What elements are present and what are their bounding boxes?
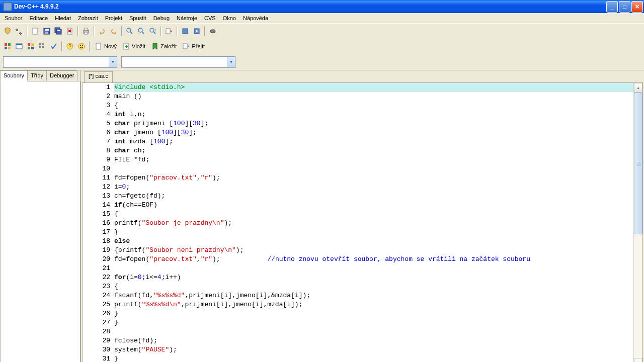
svg-rect-16 — [183, 29, 188, 34]
editor-area: [*] cas.c 123456789101112131415161718192… — [81, 70, 644, 362]
insert-label: Vložit — [132, 43, 145, 49]
debug-icon[interactable] — [207, 26, 218, 37]
svg-text:?: ? — [68, 44, 71, 49]
menu-zobrazit[interactable]: Zobrazit — [74, 14, 102, 22]
grid1-icon[interactable] — [2, 41, 13, 52]
svg-point-36 — [80, 45, 81, 46]
svg-rect-38 — [96, 43, 101, 49]
svg-rect-24 — [16, 44, 22, 45]
maximize-button[interactable]: □ — [619, 1, 630, 13]
svg-rect-6 — [57, 30, 60, 31]
code-editor[interactable]: 1234567891011121314151617181920212223242… — [82, 82, 643, 362]
svg-point-12 — [138, 28, 142, 32]
window-title: Dev-C++ 4.9.9.2 — [14, 3, 606, 10]
save-icon[interactable] — [41, 26, 52, 37]
menu-spustit[interactable]: Spustit — [126, 14, 150, 22]
scroll-thumb[interactable] — [634, 93, 642, 234]
close-button[interactable]: ✕ — [631, 1, 643, 13]
editor-tab[interactable]: [*] cas.c — [84, 71, 113, 82]
svg-rect-15 — [166, 29, 170, 34]
save-all-icon[interactable] — [53, 26, 64, 37]
sidetab-třídy[interactable]: Třídy — [27, 70, 47, 81]
new-button[interactable]: Nový — [92, 41, 119, 52]
replace-icon[interactable] — [136, 26, 147, 37]
svg-rect-27 — [28, 47, 30, 49]
svg-rect-0 — [33, 28, 37, 34]
svg-rect-21 — [5, 47, 7, 49]
toolbar-insert: ? Nový Vložit Založit Přejít — [0, 39, 644, 54]
run-icon[interactable] — [191, 26, 202, 37]
svg-rect-9 — [85, 28, 88, 30]
svg-rect-20 — [8, 43, 11, 46]
scroll-down-button[interactable]: ▼ — [634, 358, 642, 362]
menu-projekt[interactable]: Projekt — [102, 14, 126, 22]
svg-point-14 — [150, 28, 154, 32]
menu-editace[interactable]: Editace — [26, 14, 51, 22]
check-icon[interactable] — [48, 41, 59, 52]
menu-nástroje[interactable]: Nástroje — [173, 14, 201, 22]
menu-nápověda[interactable]: Nápověda — [239, 14, 272, 22]
svg-rect-29 — [39, 43, 41, 45]
svg-rect-25 — [28, 43, 30, 46]
undo-icon[interactable] — [97, 26, 108, 37]
new-file-icon[interactable] — [30, 26, 41, 37]
menu-bar: SouborEditaceHledatZobrazitProjektSpusti… — [0, 13, 644, 24]
menu-okno[interactable]: Okno — [219, 14, 239, 22]
svg-rect-2 — [45, 29, 49, 31]
tools-icon[interactable] — [14, 26, 25, 37]
svg-rect-31 — [39, 46, 41, 48]
insert-button[interactable]: Vložit — [120, 41, 148, 52]
editor-tabs: [*] cas.c — [81, 70, 644, 82]
menu-hledat[interactable]: Hledat — [51, 14, 74, 22]
menu-debug[interactable]: Debug — [150, 14, 173, 22]
goto-button[interactable]: Přejít — [180, 41, 207, 52]
shield-icon[interactable] — [2, 26, 13, 37]
grid3-icon[interactable] — [37, 41, 48, 52]
scroll-track[interactable] — [634, 93, 642, 358]
help-icon[interactable]: ? — [64, 41, 75, 52]
app-icon — [3, 2, 12, 11]
sidetab-soubory[interactable]: Soubory — [0, 70, 28, 81]
combo-bar: ▼ ▼ — [0, 54, 644, 70]
redo-icon[interactable] — [108, 26, 119, 37]
menu-cvs[interactable]: CVS — [201, 14, 219, 22]
svg-rect-30 — [42, 43, 44, 45]
find-next-icon[interactable] — [147, 26, 158, 37]
svg-rect-22 — [8, 47, 11, 49]
svg-rect-3 — [45, 32, 48, 34]
close-file-icon[interactable] — [64, 26, 75, 37]
side-tabs: SouboryTřídyDebugger — [0, 70, 80, 81]
new-label: Nový — [104, 43, 117, 49]
svg-point-11 — [127, 28, 131, 32]
svg-rect-28 — [31, 47, 34, 49]
print-icon[interactable] — [80, 26, 92, 37]
goto-label: Přejít — [192, 43, 205, 49]
compile-icon[interactable] — [180, 26, 191, 37]
svg-rect-10 — [85, 32, 88, 34]
minimize-button[interactable]: _ — [606, 1, 618, 13]
toolbar-main — [0, 24, 644, 39]
title-bar: Dev-C++ 4.9.9.2 _ □ ✕ — [0, 0, 644, 13]
find-icon[interactable] — [124, 26, 135, 37]
svg-point-37 — [82, 45, 83, 46]
goto-icon[interactable] — [164, 26, 175, 37]
code-area[interactable]: #include <stdio.h>main (){int i,n;char p… — [113, 83, 633, 362]
svg-rect-18 — [210, 30, 215, 33]
class-combo[interactable]: ▼ — [3, 56, 117, 68]
bookmark-button[interactable]: Založit — [148, 41, 179, 52]
svg-rect-40 — [183, 44, 187, 49]
function-combo[interactable]: ▼ — [121, 56, 235, 68]
grid2-icon[interactable] — [25, 41, 36, 52]
sidetab-debugger[interactable]: Debugger — [46, 70, 77, 81]
svg-rect-26 — [31, 43, 34, 46]
svg-rect-19 — [5, 43, 7, 46]
svg-rect-13 — [138, 33, 141, 34]
menu-soubor[interactable]: Soubor — [1, 14, 26, 22]
scroll-up-button[interactable]: ▲ — [634, 83, 642, 93]
vertical-scrollbar[interactable]: ▲ ▼ — [633, 83, 642, 362]
bookmark-label: Založit — [160, 43, 177, 49]
side-content[interactable] — [0, 81, 80, 362]
smiley-icon[interactable] — [76, 41, 87, 52]
window-icon[interactable] — [14, 41, 25, 52]
line-gutter: 1234567891011121314151617181920212223242… — [83, 83, 113, 362]
